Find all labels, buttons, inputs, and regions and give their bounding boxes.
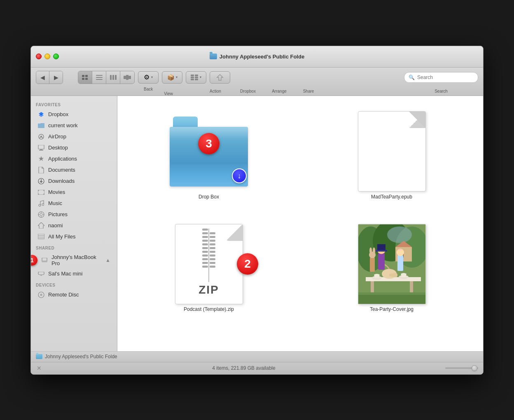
search-input[interactable] <box>417 75 474 80</box>
download-badge: ↓ <box>232 168 247 183</box>
arrange-button[interactable]: ▾ <box>186 71 206 84</box>
sidebar-item-downloads[interactable]: Downloads <box>33 176 115 187</box>
svg-rect-9 <box>115 75 117 80</box>
file-item-dropbox[interactable]: 3 ↓ Drop Box <box>130 108 288 205</box>
toolbar-share-label: Share <box>296 89 321 93</box>
svg-rect-15 <box>191 77 194 78</box>
view-column-button[interactable] <box>106 71 120 84</box>
sidebar-desktop-label: Desktop <box>48 145 68 151</box>
maximize-button[interactable] <box>53 54 59 59</box>
bottombar-close-button[interactable]: ✕ <box>36 365 42 371</box>
downloads-icon <box>37 177 45 185</box>
slider-thumb[interactable] <box>472 365 477 371</box>
epub-wrapper <box>350 112 433 191</box>
search-box[interactable]: 🔍 <box>404 72 478 83</box>
svg-point-34 <box>42 203 44 205</box>
svg-rect-17 <box>191 79 194 80</box>
applications-icon <box>37 155 45 163</box>
svg-marker-21 <box>39 114 44 117</box>
svg-rect-65 <box>378 252 385 270</box>
view-icon-button[interactable] <box>78 71 92 84</box>
sidebar-item-applications[interactable]: Applications <box>33 154 115 164</box>
sidebar-item-airdrop[interactable]: AirDrop <box>33 131 115 142</box>
traffic-lights <box>36 54 59 59</box>
statusbar-folder-icon <box>36 354 42 359</box>
statusbar-path: Johnny Appleseed's Public Folde <box>36 354 117 359</box>
share-button[interactable] <box>210 71 230 84</box>
devices-label: DEVICES <box>31 280 117 289</box>
sidebar-item-music[interactable]: Music <box>33 198 115 209</box>
svg-rect-68 <box>376 250 387 252</box>
sidebar-remote-disc-label: Remote Disc <box>48 292 79 298</box>
minimize-button[interactable] <box>44 54 50 59</box>
svg-rect-0 <box>82 75 84 77</box>
movies-icon <box>37 189 45 196</box>
macbook-icon <box>41 257 48 264</box>
svg-point-54 <box>387 226 412 243</box>
svg-rect-24 <box>38 145 44 149</box>
svg-rect-44 <box>42 258 47 261</box>
sidebar-sals-label: Sal's Mac mini <box>48 271 82 277</box>
eject-icon: ▲ <box>105 257 110 263</box>
sidebar-item-remote-disc[interactable]: Remote Disc <box>33 289 115 300</box>
svg-rect-26 <box>39 150 43 151</box>
bottombar: ✕ 4 items, 221.89 GB available <box>31 362 483 374</box>
view-list-button[interactable] <box>92 71 106 84</box>
sidebar-item-currentwork[interactable]: current work <box>33 120 115 131</box>
back-button[interactable]: ◀ <box>36 71 49 84</box>
close-button[interactable] <box>36 54 42 59</box>
svg-rect-29 <box>38 190 39 191</box>
action-button[interactable]: ⚙ ▾ <box>138 71 159 84</box>
sidebar-item-sals-mac[interactable]: Sal's Mac mini <box>33 268 115 279</box>
sidebar-item-dropbox[interactable]: Dropbox <box>33 109 115 120</box>
window-title: Johnny Appleseed's Public Folde <box>210 54 304 60</box>
all-files-icon <box>37 233 45 240</box>
svg-rect-31 <box>43 190 44 191</box>
statusbar-path-text: Johnny Appleseed's Public Folde <box>45 354 117 359</box>
file-item-zip[interactable]: ZIP 2 Podcast (Template).zip <box>130 221 288 317</box>
epub-label: MadTeaParty.epub <box>371 194 412 201</box>
badge-3: 3 <box>198 133 220 154</box>
svg-point-39 <box>39 214 40 215</box>
sidebar-item-naomi[interactable]: naomi <box>33 220 115 231</box>
file-item-jpg[interactable]: Tea-Party-Cover.jpg <box>313 221 471 317</box>
shared-label: SHARED <box>31 243 117 252</box>
main-area: FAVORITES Dropbox current work <box>31 96 483 351</box>
sidebar-item-desktop[interactable]: Desktop <box>33 142 115 153</box>
svg-point-36 <box>40 213 42 216</box>
file-item-epub[interactable]: MadTeaParty.epub <box>313 108 471 205</box>
slider-track <box>445 367 478 369</box>
svg-rect-32 <box>43 194 44 195</box>
sidebar-item-allmyfiles[interactable]: All My Files <box>33 231 115 242</box>
sidebar-applications-label: Applications <box>48 156 77 162</box>
view-coverflow-button[interactable] <box>120 71 134 84</box>
desktop-icon <box>37 144 45 152</box>
sidebar-documents-label: Documents <box>48 167 75 173</box>
svg-point-40 <box>43 214 44 215</box>
zip-fold <box>226 224 243 241</box>
jpg-label: Tea-Party-Cover.jpg <box>370 306 414 313</box>
svg-rect-14 <box>195 75 198 76</box>
titlebar: Johnny Appleseed's Public Folde <box>31 46 483 68</box>
svg-rect-13 <box>191 75 194 76</box>
zip-label: Podcast (Template).zip <box>184 306 234 313</box>
sidebar-item-pictures[interactable]: Pictures <box>33 209 115 220</box>
forward-button[interactable]: ▶ <box>49 71 63 84</box>
sidebar-item-movies[interactable]: Movies <box>33 187 115 198</box>
sidebar-naomi-label: naomi <box>48 222 63 229</box>
svg-rect-1 <box>85 75 88 77</box>
finder-window: Johnny Appleseed's Public Folde ◀ ▶ <box>30 46 484 375</box>
zoom-slider[interactable] <box>445 367 478 369</box>
tea-party-image <box>358 224 426 304</box>
sidebar-allmyfiles-label: All My Files <box>48 233 75 240</box>
annotation-badge-2: 2 <box>237 253 258 275</box>
sidebar-currentwork-label: current work <box>48 122 78 128</box>
sidebar-item-documents[interactable]: Documents <box>33 165 115 175</box>
dropbox-button[interactable]: 📦 ▾ <box>162 71 182 84</box>
statusbar: Johnny Appleseed's Public Folde <box>31 351 483 362</box>
doc-fold <box>409 112 425 128</box>
svg-rect-2 <box>82 78 84 80</box>
svg-rect-69 <box>397 255 403 271</box>
sidebar-item-johnny-macbook[interactable]: Johnny's MacBook Pro ▲ <box>33 252 115 268</box>
favorites-label: FAVORITES <box>31 99 117 109</box>
